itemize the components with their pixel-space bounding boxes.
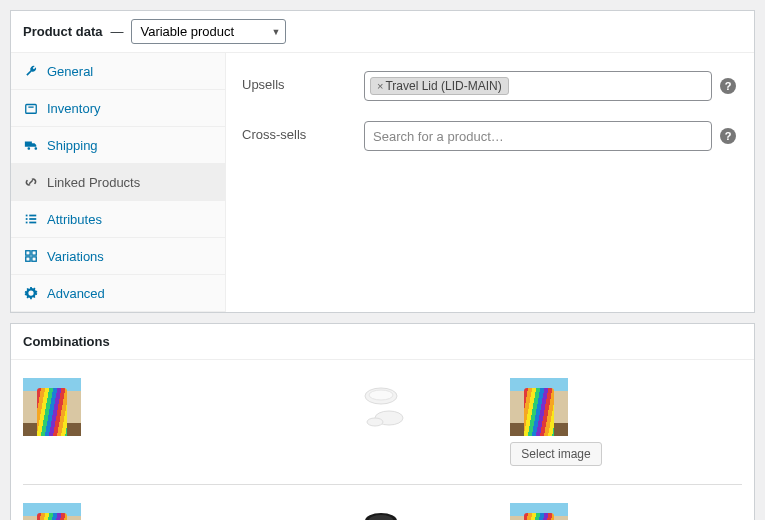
tab-label: Attributes (47, 212, 102, 227)
tab-label: General (47, 64, 93, 79)
svg-rect-9 (26, 257, 30, 261)
tab-label: Linked Products (47, 175, 140, 190)
title-dash: — (110, 24, 123, 39)
truck-icon (23, 137, 39, 153)
svg-rect-0 (26, 105, 37, 114)
tab-variations[interactable]: Variations (11, 238, 225, 275)
combinations-rows: Select image Select image (11, 360, 754, 520)
result-product-thumb[interactable] (510, 378, 568, 436)
upsells-field-wrap: × Travel Lid (LID-MAIN) ? (364, 71, 736, 101)
list-icon (23, 211, 39, 227)
combo-col-primary (23, 503, 255, 520)
svg-point-12 (369, 390, 393, 400)
tab-inventory[interactable]: Inventory (11, 90, 225, 127)
svg-rect-6 (29, 222, 36, 224)
svg-rect-5 (26, 222, 28, 224)
product-data-header: Product data — Variable product ▼ (11, 11, 754, 53)
combo-col-result: Select image (510, 378, 742, 466)
combo-col-result: Select image (510, 503, 742, 520)
primary-product-thumb[interactable] (23, 503, 81, 520)
tab-general[interactable]: General (11, 53, 225, 90)
combo-col-primary (23, 378, 255, 436)
product-data-body: General Inventory Shipping (11, 53, 754, 312)
help-icon[interactable]: ? (720, 78, 736, 94)
combinations-title: Combinations (11, 324, 754, 360)
tab-label: Shipping (47, 138, 98, 153)
svg-rect-7 (26, 251, 30, 255)
tab-label: Inventory (47, 101, 100, 116)
remove-tag-icon[interactable]: × (377, 80, 383, 92)
variant-lid-thumb[interactable] (353, 503, 413, 520)
cross-sells-row: Cross-sells ? (242, 121, 736, 151)
svg-rect-3 (26, 218, 28, 220)
upsell-tag-label: Travel Lid (LID-MAIN) (385, 79, 501, 93)
product-data-panel: Product data — Variable product ▼ Genera… (10, 10, 755, 313)
cross-sells-field-wrap: ? (364, 121, 736, 151)
product-type-select-wrap: Variable product ▼ (131, 19, 286, 44)
svg-rect-2 (29, 215, 36, 217)
inventory-icon (23, 100, 39, 116)
combination-row: Select image (23, 485, 742, 520)
svg-rect-1 (26, 215, 28, 217)
cross-sells-label: Cross-sells (242, 121, 352, 142)
upsell-tag[interactable]: × Travel Lid (LID-MAIN) (370, 77, 509, 95)
primary-product-thumb[interactable] (23, 378, 81, 436)
product-data-tabs: General Inventory Shipping (11, 53, 226, 312)
upsells-input[interactable]: × Travel Lid (LID-MAIN) (364, 71, 712, 101)
tab-linked-products[interactable]: Linked Products (11, 164, 225, 201)
combinations-panel: Combinations Select image (10, 323, 755, 520)
tab-attributes[interactable]: Attributes (11, 201, 225, 238)
grid-icon (23, 248, 39, 264)
svg-rect-8 (32, 251, 36, 255)
select-image-button[interactable]: Select image (510, 442, 601, 466)
panel-title: Product data (23, 24, 102, 39)
combo-col-variant (267, 378, 499, 436)
combination-row: Select image (23, 360, 742, 485)
linked-products-content: Upsells × Travel Lid (LID-MAIN) ? Cross-… (226, 53, 754, 312)
combo-col-variant (267, 503, 499, 520)
svg-point-14 (367, 418, 383, 426)
svg-rect-10 (32, 257, 36, 261)
tab-label: Variations (47, 249, 104, 264)
gear-icon (23, 285, 39, 301)
svg-rect-4 (29, 218, 36, 220)
upsells-row: Upsells × Travel Lid (LID-MAIN) ? (242, 71, 736, 101)
tab-advanced[interactable]: Advanced (11, 275, 225, 312)
product-type-select[interactable]: Variable product (131, 19, 286, 44)
upsells-label: Upsells (242, 71, 352, 92)
cross-sells-input[interactable] (364, 121, 712, 151)
tab-shipping[interactable]: Shipping (11, 127, 225, 164)
help-icon[interactable]: ? (720, 128, 736, 144)
variant-lid-thumb[interactable] (353, 378, 413, 436)
result-product-thumb[interactable] (510, 503, 568, 520)
wrench-icon (23, 63, 39, 79)
tab-label: Advanced (47, 286, 105, 301)
link-icon (23, 174, 39, 190)
